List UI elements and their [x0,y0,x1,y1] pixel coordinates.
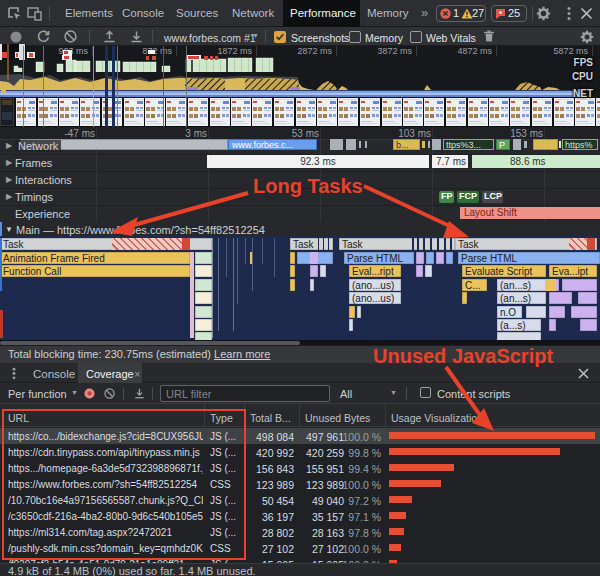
svg-text:Long Tasks: Long Tasks [253,175,363,197]
svg-text:Unused JavaScript: Unused JavaScript [373,345,553,367]
